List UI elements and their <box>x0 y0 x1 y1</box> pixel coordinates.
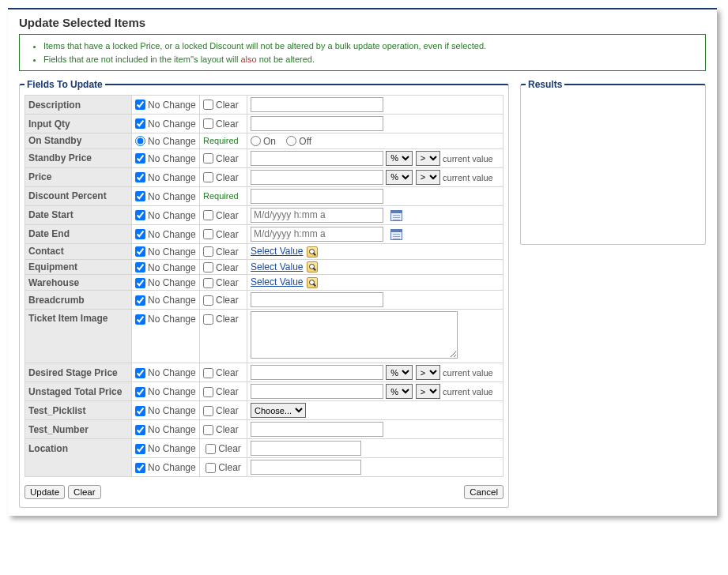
row-test-number: Test_Number No Change Clear <box>25 420 504 439</box>
results-group: Results <box>520 79 706 245</box>
input-price[interactable] <box>251 170 383 185</box>
label-description: Description <box>25 96 132 115</box>
select-value-contact[interactable]: Select Value <box>251 246 304 257</box>
input-input-qty[interactable] <box>251 116 383 131</box>
magnifier-icon[interactable] <box>307 261 318 272</box>
input-discount-percent[interactable] <box>251 189 383 204</box>
unit-unstaged-total-price[interactable]: % <box>386 384 413 399</box>
row-unstaged-total-price: Unstaged Total Price No Change Clear % >… <box>25 382 504 401</box>
unit-standby-price[interactable]: % <box>386 151 413 166</box>
required-on-standby: Required <box>203 136 239 145</box>
nochange-equipment[interactable] <box>135 262 145 272</box>
row-standby-price: Standby Price No Change Clear % > curren… <box>25 148 504 167</box>
input-date-start[interactable] <box>251 208 383 223</box>
nochange-warehouse[interactable] <box>135 278 145 288</box>
input-date-end[interactable] <box>251 227 383 242</box>
label-location: Location <box>25 439 132 477</box>
input-standby-price[interactable] <box>251 151 383 166</box>
label-discount-percent: Discount Percent <box>25 186 132 205</box>
clear-description[interactable] <box>203 100 213 110</box>
label-warehouse: Warehouse <box>25 275 132 291</box>
select-test-picklist[interactable]: Choose... <box>251 403 306 418</box>
row-desired-stage-price: Desired Stage Price No Change Clear % > … <box>25 363 504 382</box>
clear-date-start[interactable] <box>203 210 213 220</box>
cmp-unstaged-total-price[interactable]: > <box>416 384 440 399</box>
clear-location-1[interactable] <box>206 444 216 454</box>
notice-line-1: Items that have a locked Price, or a loc… <box>43 39 697 53</box>
panel-title: Update Selected Items <box>8 9 717 34</box>
clear-price[interactable] <box>203 172 213 182</box>
cmp-desired-stage-price[interactable]: > <box>416 365 440 380</box>
nochange-date-end[interactable] <box>135 229 145 239</box>
unit-desired-stage-price[interactable]: % <box>386 365 413 380</box>
nochange-desired-stage-price[interactable] <box>135 368 145 378</box>
label-unstaged-total-price: Unstaged Total Price <box>25 382 132 401</box>
label-breadcrumb: Breadcrumb <box>25 291 132 310</box>
input-location-2[interactable] <box>251 460 361 475</box>
nochange-location-2[interactable] <box>135 463 145 473</box>
fields-table: Description No Change Clear Input Qty No… <box>25 95 504 477</box>
radio-on[interactable] <box>251 136 261 146</box>
input-desired-stage-price[interactable] <box>251 365 383 380</box>
clear-equipment[interactable] <box>203 262 213 272</box>
nochange-test-picklist[interactable] <box>135 406 145 416</box>
row-date-start: Date Start No Change Clear <box>25 205 504 224</box>
clear-test-number[interactable] <box>203 425 213 435</box>
row-price: Price No Change Clear % > current value <box>25 167 504 186</box>
nochange-location-1[interactable] <box>135 444 145 454</box>
clear-button[interactable]: Clear <box>68 485 100 499</box>
select-value-warehouse[interactable]: Select Value <box>251 276 304 288</box>
nochange-test-number[interactable] <box>135 425 145 435</box>
calendar-icon[interactable] <box>390 229 402 240</box>
unit-price[interactable]: % <box>386 170 413 185</box>
clear-test-picklist[interactable] <box>203 406 213 416</box>
cmp-price[interactable]: > <box>416 170 440 185</box>
input-description[interactable] <box>251 97 383 112</box>
input-location-1[interactable] <box>251 441 361 456</box>
clear-warehouse[interactable] <box>203 278 213 288</box>
clear-ticket-image[interactable] <box>203 314 213 325</box>
cmp-standby-price[interactable]: > <box>416 151 440 166</box>
label-test-picklist: Test_Picklist <box>25 401 132 420</box>
input-unstaged-total-price[interactable] <box>251 384 383 399</box>
update-button[interactable]: Update <box>25 485 65 499</box>
nochange-price[interactable] <box>135 172 145 182</box>
nochange-standby-price[interactable] <box>135 153 145 163</box>
select-value-equipment[interactable]: Select Value <box>251 261 304 272</box>
clear-date-end[interactable] <box>203 229 213 239</box>
nochange-ticket-image[interactable] <box>135 314 145 325</box>
label-input-qty: Input Qty <box>25 115 132 133</box>
nochange-breadcrumb[interactable] <box>135 295 145 306</box>
label-price: Price <box>25 167 132 186</box>
clear-contact[interactable] <box>203 246 213 257</box>
clear-location-2[interactable] <box>206 463 216 473</box>
radio-off[interactable] <box>286 136 296 146</box>
input-ticket-image[interactable] <box>251 311 458 359</box>
label-standby-price: Standby Price <box>25 148 132 167</box>
nochange-description[interactable] <box>135 100 145 110</box>
clear-breadcrumb[interactable] <box>203 295 213 306</box>
row-breadcrumb: Breadcrumb No Change Clear <box>25 291 504 310</box>
magnifier-icon[interactable] <box>307 246 318 257</box>
nochange-on-standby[interactable] <box>135 136 145 146</box>
results-legend: Results <box>526 79 564 90</box>
row-contact: Contact No Change Clear Select Value <box>25 243 504 259</box>
clear-standby-price[interactable] <box>203 153 213 163</box>
clear-unstaged-total-price[interactable] <box>203 387 213 397</box>
nochange-input-qty[interactable] <box>135 118 145 129</box>
input-test-number[interactable] <box>251 422 383 437</box>
nochange-unstaged-total-price[interactable] <box>135 387 145 397</box>
clear-desired-stage-price[interactable] <box>203 368 213 378</box>
clear-input-qty[interactable] <box>203 118 213 129</box>
calendar-icon[interactable] <box>390 210 402 221</box>
label-date-start: Date Start <box>25 205 132 224</box>
row-ticket-image: Ticket Item Image No Change Clear <box>25 310 504 363</box>
cancel-button[interactable]: Cancel <box>464 485 504 499</box>
input-breadcrumb[interactable] <box>251 292 383 307</box>
nochange-contact[interactable] <box>135 246 145 257</box>
label-on-standby: On Standby <box>25 133 132 149</box>
nochange-discount-percent[interactable] <box>135 191 145 201</box>
magnifier-icon[interactable] <box>307 277 318 288</box>
nochange-date-start[interactable] <box>135 210 145 220</box>
fields-legend: Fields To Update <box>25 79 105 90</box>
